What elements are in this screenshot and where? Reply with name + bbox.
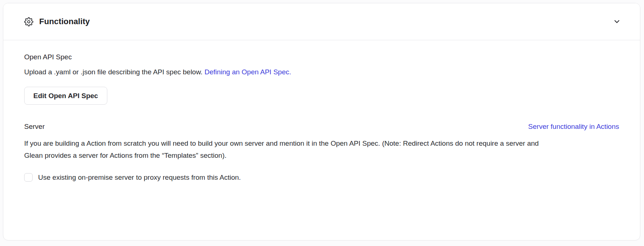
card-title: Functionality xyxy=(39,17,90,26)
server-functionality-link[interactable]: Server functionality in Actions xyxy=(528,123,619,131)
open-api-spec-section: Open API Spec Upload a .yaml or .json fi… xyxy=(24,52,619,105)
proxy-server-checkbox-label: Use existing on-premise server to proxy … xyxy=(38,172,241,182)
server-section-header: Server Server functionality in Actions xyxy=(24,122,619,131)
defining-open-api-spec-link[interactable]: Defining an Open API Spec. xyxy=(204,68,291,76)
chevron-down-icon[interactable] xyxy=(613,18,621,26)
open-api-spec-heading: Open API Spec xyxy=(24,52,619,62)
proxy-server-checkbox[interactable] xyxy=(24,173,33,182)
functionality-card-header[interactable]: Functionality xyxy=(3,3,640,40)
proxy-server-checkbox-row[interactable]: Use existing on-premise server to proxy … xyxy=(24,172,241,182)
server-heading: Server xyxy=(24,122,45,131)
server-description: If you are building a Action from scratc… xyxy=(24,137,557,161)
server-section: Server Server functionality in Actions I… xyxy=(24,122,619,182)
functionality-card: Functionality Open API Spec Upload a .ya… xyxy=(3,3,640,241)
open-api-spec-description: Upload a .yaml or .json file describing … xyxy=(24,66,619,78)
card-body: Open API Spec Upload a .yaml or .json fi… xyxy=(3,40,640,204)
gear-icon xyxy=(24,17,33,26)
edit-open-api-spec-button[interactable]: Edit Open API Spec xyxy=(24,87,107,105)
open-api-spec-description-text: Upload a .yaml or .json file describing … xyxy=(24,68,203,76)
